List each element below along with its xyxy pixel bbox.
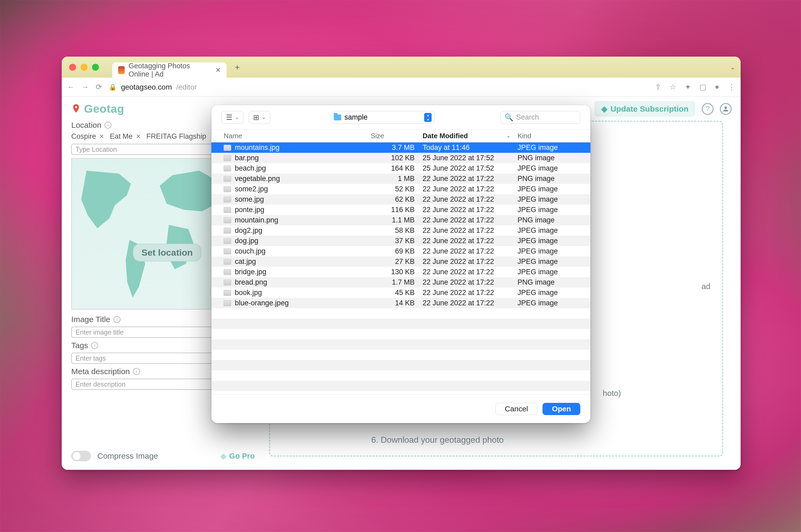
file-size: 58 KB (371, 226, 423, 235)
chevron-down-icon: ⌄ (262, 115, 266, 120)
empty-row (212, 360, 590, 370)
file-kind: PNG image (517, 216, 580, 224)
file-row[interactable]: dog2.jpg58 KB22 June 2022 at 17:22JPEG i… (212, 225, 590, 236)
file-row[interactable]: cat.jpg27 KB22 June 2022 at 17:22JPEG im… (212, 256, 590, 267)
file-row[interactable]: book.jpg45 KB22 June 2022 at 17:22JPEG i… (212, 287, 590, 298)
header-size[interactable]: Size (371, 132, 423, 140)
file-thumbnail-icon (224, 269, 231, 275)
empty-row (212, 329, 590, 339)
file-name: bar.png (235, 154, 259, 162)
file-kind: JPEG image (517, 206, 580, 214)
file-thumbnail-icon (224, 197, 231, 203)
open-button[interactable]: Open (543, 403, 580, 415)
close-window-icon[interactable] (69, 64, 76, 71)
dialog-footer: Cancel Open (212, 394, 590, 423)
file-row[interactable]: bridge.jpg130 KB22 June 2022 at 17:22JPE… (212, 267, 590, 277)
empty-row (212, 370, 590, 381)
file-kind: JPEG image (517, 164, 580, 172)
file-row[interactable]: mountain.png1.1 MB22 June 2022 at 17:22P… (212, 215, 590, 225)
file-row[interactable]: some2.jpg52 KB22 June 2022 at 17:22JPEG … (212, 184, 590, 194)
file-date: 22 June 2022 at 17:22 (423, 206, 517, 214)
folder-stepper-icon[interactable]: ▴▾ (424, 113, 432, 122)
file-row[interactable]: beach.jpg164 KB25 June 2022 at 17:52JPEG… (212, 163, 590, 173)
file-name: couch.jpg (235, 247, 266, 255)
file-kind: JPEG image (517, 289, 580, 297)
new-tab-button[interactable]: ＋ (232, 62, 242, 73)
file-row[interactable]: bread.png1.7 MB22 June 2022 at 17:22PNG … (212, 277, 590, 287)
grid-view-button[interactable]: ⊞⌄ (249, 111, 270, 124)
file-row[interactable]: some.jpg62 KB22 June 2022 at 17:22JPEG i… (212, 194, 590, 205)
file-name: mountains.jpg (235, 144, 279, 152)
file-thumbnail-icon (224, 290, 231, 296)
file-kind: JPEG image (517, 195, 580, 204)
folder-name: sample (344, 113, 367, 121)
file-open-dialog: ☰⌄ ⊞⌄ sample ▴▾ 🔍 Search Name Size Date … (212, 105, 590, 423)
file-row[interactable]: ponte.jpg116 KB22 June 2022 at 17:22JPEG… (212, 205, 590, 215)
header-kind[interactable]: Kind (517, 132, 580, 140)
file-thumbnail-icon (224, 145, 231, 151)
nav-forward-icon[interactable]: → (81, 83, 89, 91)
header-name[interactable]: Name (224, 132, 371, 140)
file-date: 22 June 2022 at 17:22 (423, 185, 517, 193)
url-field[interactable]: 🔒 geotagseo.com/editor (109, 83, 648, 91)
folder-icon (334, 115, 341, 120)
share-icon[interactable]: ⇪ (655, 83, 661, 91)
column-headers: Name Size Date Modified⌄ Kind (212, 130, 590, 142)
tab-close-icon[interactable]: ✕ (215, 66, 221, 74)
empty-row (212, 339, 590, 350)
file-date: 22 June 2022 at 17:22 (423, 237, 517, 245)
dialog-toolbar: ☰⌄ ⊞⌄ sample ▴▾ 🔍 Search (212, 105, 590, 130)
file-date: 25 June 2022 at 17:52 (423, 164, 517, 172)
maximize-window-icon[interactable] (92, 64, 99, 71)
search-input[interactable]: 🔍 Search (500, 111, 580, 124)
file-thumbnail-icon (224, 217, 231, 223)
nav-back-icon[interactable]: ← (67, 83, 74, 91)
file-row[interactable]: mountains.jpg3.7 MBToday at 11:46JPEG im… (212, 142, 590, 153)
file-size: 1.7 MB (371, 278, 423, 286)
file-row[interactable]: dog.jpg37 KB22 June 2022 at 17:22JPEG im… (212, 236, 590, 246)
minimize-window-icon[interactable] (80, 64, 88, 71)
empty-row (212, 381, 590, 391)
file-date: 22 June 2022 at 17:22 (423, 247, 517, 255)
file-kind: JPEG image (517, 268, 580, 276)
reload-icon[interactable]: ⟳ (96, 83, 102, 91)
file-row[interactable]: blue-orange.jpeg14 KB22 June 2022 at 17:… (212, 298, 590, 308)
file-name: book.jpg (235, 289, 262, 297)
file-size: 116 KB (371, 206, 423, 214)
file-row[interactable]: bar.png102 KB25 June 2022 at 17:52PNG im… (212, 153, 590, 163)
file-row[interactable]: couch.jpg69 KB22 June 2022 at 17:22JPEG … (212, 246, 590, 256)
file-size: 37 KB (371, 237, 423, 245)
file-size: 45 KB (371, 289, 423, 297)
cancel-button[interactable]: Cancel (495, 403, 537, 415)
search-icon: 🔍 (505, 113, 513, 122)
header-date-modified[interactable]: Date Modified⌄ (423, 132, 517, 140)
titlebar: Geotagging Photos Online | Ad ✕ ＋ ⌄ (62, 57, 741, 78)
list-icon: ☰ (226, 113, 233, 122)
file-name: beach.jpg (235, 164, 266, 172)
empty-row (212, 308, 590, 319)
file-kind: JPEG image (517, 226, 580, 235)
file-size: 69 KB (371, 247, 423, 255)
file-name: ponte.jpg (235, 206, 265, 214)
file-name: dog.jpg (235, 237, 258, 245)
file-thumbnail-icon (224, 228, 231, 233)
folder-selector[interactable]: sample ▴▾ (331, 111, 435, 124)
profile-icon[interactable]: ● (715, 83, 720, 91)
chevron-down-icon: ⌄ (235, 115, 239, 120)
browser-tab[interactable]: Geotagging Photos Online | Ad ✕ (112, 62, 226, 78)
tabs-overflow-icon[interactable]: ⌄ (730, 63, 735, 71)
url-host: geotagseo.com (121, 83, 172, 91)
bookmark-icon[interactable]: ☆ (670, 83, 676, 91)
search-placeholder: Search (516, 113, 539, 121)
file-row[interactable]: vegetable.png1 MB22 June 2022 at 17:22PN… (212, 173, 590, 184)
kebab-menu-icon[interactable]: ⋮ (728, 83, 735, 91)
list-view-button[interactable]: ☰⌄ (221, 111, 243, 124)
file-date: 22 June 2022 at 17:22 (423, 216, 517, 224)
extensions-icon[interactable]: ✦ (685, 83, 691, 91)
sidepanel-icon[interactable]: ▢ (699, 83, 706, 91)
file-kind: JPEG image (517, 258, 580, 266)
file-thumbnail-icon (224, 248, 231, 254)
file-date: 22 June 2022 at 17:22 (423, 278, 517, 286)
file-size: 27 KB (371, 258, 423, 266)
file-size: 1.1 MB (371, 216, 423, 224)
